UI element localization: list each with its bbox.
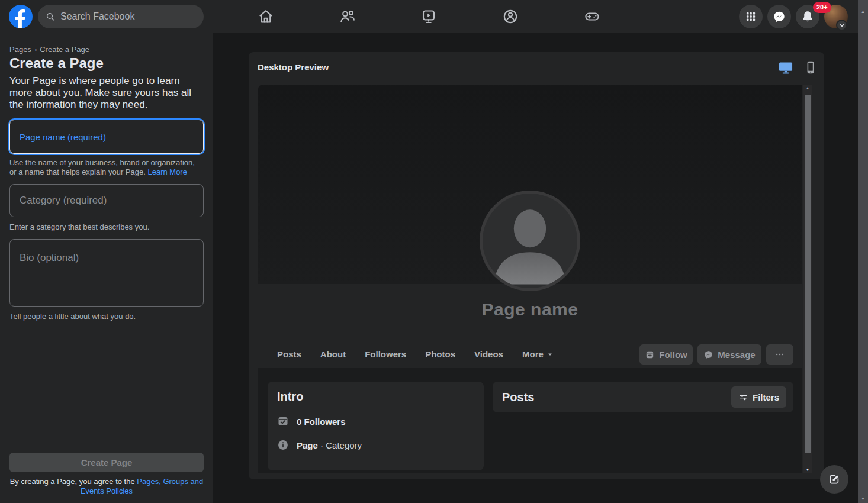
chevron-down-icon bbox=[839, 22, 845, 28]
caret-down-icon bbox=[547, 352, 553, 357]
category-input[interactable]: Category (required) bbox=[9, 184, 204, 217]
category-word: Category bbox=[326, 440, 362, 450]
nav-gaming-tab[interactable] bbox=[584, 8, 600, 25]
policy-text: By creating a Page, you agree to the Pag… bbox=[9, 477, 204, 495]
follow-plus-icon bbox=[645, 350, 655, 360]
followers-row: 0 Followers bbox=[277, 415, 474, 427]
info-icon bbox=[277, 439, 289, 451]
preview-scrollbar-thumb[interactable] bbox=[805, 95, 811, 453]
search-input[interactable]: Search Facebook bbox=[38, 5, 204, 28]
top-navigation-bar: Search Facebook bbox=[0, 0, 858, 33]
more-options-button[interactable] bbox=[766, 344, 793, 365]
filters-icon bbox=[738, 392, 748, 402]
tab-posts-label: Posts bbox=[277, 349, 301, 359]
nav-groups-tab[interactable] bbox=[502, 8, 519, 25]
intro-card: Intro 0 Followers bbox=[268, 382, 484, 470]
preview-scroll-up-arrow[interactable]: ▲ bbox=[803, 86, 812, 90]
messenger-button[interactable] bbox=[767, 5, 791, 28]
tab-followers-label: Followers bbox=[365, 349, 406, 359]
bio-label: Bio (optional) bbox=[20, 252, 79, 264]
policy-prefix: By creating a Page, you agree to the bbox=[10, 477, 137, 486]
page-header-strip: Page name Posts About Followers Photos V… bbox=[258, 284, 802, 368]
filters-button[interactable]: Filters bbox=[731, 386, 786, 408]
message-messenger-icon bbox=[703, 350, 713, 360]
tab-videos-label: Videos bbox=[474, 349, 503, 359]
posts-title: Posts bbox=[502, 391, 534, 404]
tab-about[interactable]: About bbox=[311, 340, 355, 369]
facebook-create-page-screen: Search Facebook bbox=[0, 0, 868, 503]
ellipsis-icon bbox=[774, 349, 785, 360]
friends-icon bbox=[339, 8, 356, 25]
page-name-helper: Use the name of your business, brand or … bbox=[9, 158, 204, 177]
bio-helper: Tell people a little about what you do. bbox=[9, 312, 204, 321]
category-row: Page · Category bbox=[277, 439, 474, 451]
tab-more[interactable]: More bbox=[513, 340, 562, 369]
page-word: Page bbox=[297, 440, 318, 450]
page-name-label: Page name (required) bbox=[20, 132, 106, 142]
preview-scrollbar[interactable]: ▲ ▼ bbox=[803, 85, 812, 473]
tab-photos-label: Photos bbox=[425, 349, 455, 359]
posts-card: Posts Filters bbox=[493, 382, 793, 412]
create-page-sidebar: Pages › Create a Page Create a Page Your… bbox=[0, 33, 213, 503]
follow-button[interactable]: Follow bbox=[639, 344, 693, 365]
watch-icon bbox=[420, 8, 437, 25]
preview-viewport: Page name Posts About Followers Photos V… bbox=[258, 85, 802, 473]
category-label: Category (required) bbox=[20, 195, 107, 207]
gaming-icon bbox=[584, 8, 600, 25]
messenger-icon bbox=[772, 9, 786, 24]
preview-title: Desktop Preview bbox=[258, 62, 329, 72]
learn-more-link[interactable]: Learn More bbox=[147, 167, 187, 176]
mobile-preview-toggle[interactable] bbox=[803, 60, 818, 75]
nav-watch-tab[interactable] bbox=[420, 8, 437, 25]
search-icon bbox=[46, 12, 55, 21]
facebook-logo[interactable] bbox=[9, 5, 33, 28]
apps-menu-button[interactable] bbox=[739, 5, 763, 28]
dot-separator: · bbox=[320, 440, 323, 450]
page-scroll-up-arrow[interactable]: ▲ bbox=[858, 9, 868, 14]
breadcrumb-separator: › bbox=[34, 45, 37, 54]
home-icon bbox=[258, 8, 274, 25]
compose-icon bbox=[828, 473, 841, 486]
page-type-text: Page · Category bbox=[297, 440, 362, 450]
message-button[interactable]: Message bbox=[697, 344, 761, 365]
breadcrumb-current: Create a Page bbox=[40, 45, 89, 54]
desktop-preview-toggle[interactable] bbox=[778, 60, 793, 75]
breadcrumb-pages-link[interactable]: Pages bbox=[9, 45, 31, 54]
page-scrollbar[interactable]: ▲ ▼ bbox=[858, 0, 868, 503]
tab-more-label: More bbox=[522, 349, 544, 359]
notification-badge: 20+ bbox=[813, 2, 831, 13]
tab-videos[interactable]: Videos bbox=[465, 340, 513, 369]
tab-followers[interactable]: Followers bbox=[355, 340, 416, 369]
create-page-button[interactable]: Create Page bbox=[9, 453, 204, 472]
followers-count: 0 Followers bbox=[297, 417, 346, 427]
groups-icon bbox=[502, 8, 519, 25]
apps-grid-icon bbox=[745, 11, 757, 22]
search-placeholder: Search Facebook bbox=[60, 11, 134, 22]
category-helper: Enter a category that best describes you… bbox=[9, 223, 204, 232]
nav-friends-tab[interactable] bbox=[339, 8, 356, 25]
message-button-label: Message bbox=[718, 350, 755, 360]
page-avatar-placeholder bbox=[480, 191, 580, 291]
preview-body: Intro 0 Followers bbox=[258, 368, 802, 473]
mobile-icon bbox=[803, 60, 818, 75]
profile-chevron-button[interactable] bbox=[836, 20, 847, 31]
tab-posts[interactable]: Posts bbox=[268, 340, 311, 369]
desktop-icon bbox=[778, 60, 793, 75]
tab-about-label: About bbox=[320, 349, 346, 359]
bell-icon bbox=[801, 10, 814, 23]
compose-button[interactable] bbox=[820, 465, 848, 494]
preview-scroll-down-arrow[interactable]: ▼ bbox=[803, 467, 812, 472]
tab-photos[interactable]: Photos bbox=[416, 340, 465, 369]
nav-home-tab[interactable] bbox=[258, 8, 274, 25]
preview-card: Desktop Preview bbox=[249, 52, 824, 479]
page-name-input[interactable]: Page name (required) bbox=[9, 120, 204, 154]
breadcrumb: Pages › Create a Page bbox=[9, 45, 204, 54]
page-description: Your Page is where people go to learn mo… bbox=[9, 75, 204, 111]
intro-title: Intro bbox=[277, 390, 474, 404]
bio-input[interactable]: Bio (optional) bbox=[9, 239, 204, 307]
page-name-placeholder: Page name bbox=[258, 299, 802, 320]
page-title: Create a Page bbox=[9, 55, 204, 72]
person-silhouette-icon bbox=[483, 194, 577, 288]
page-scroll-down-arrow[interactable]: ▼ bbox=[858, 496, 868, 501]
facebook-logo-icon bbox=[9, 5, 33, 28]
